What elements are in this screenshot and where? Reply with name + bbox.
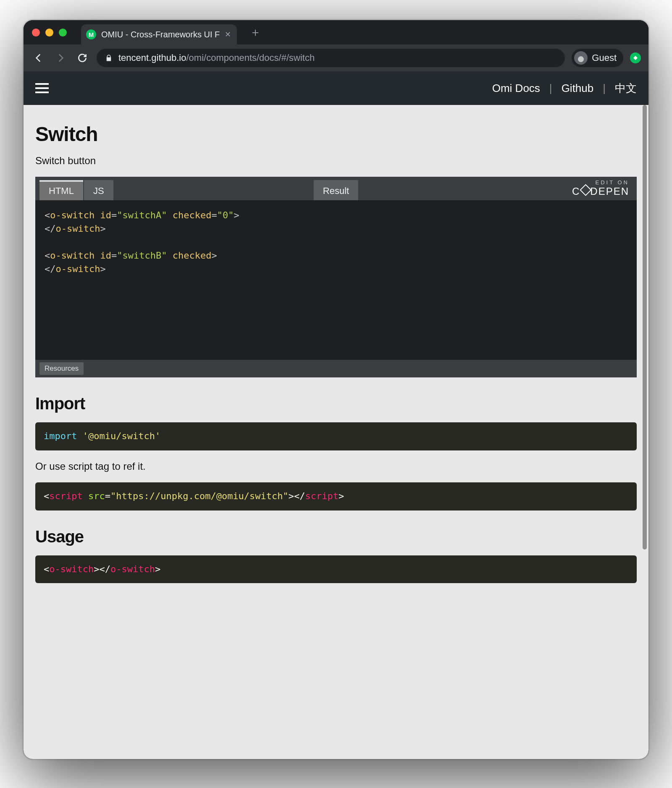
nav-link-omi-docs[interactable]: Omi Docs [492, 82, 540, 95]
nav-link-chinese[interactable]: 中文 [615, 81, 637, 96]
codepen-tab-js[interactable]: JS [84, 180, 113, 200]
codepen-embed: HTML JS Result EDIT ON CDEPEN <o-switch … [35, 177, 637, 377]
codepen-tab-html[interactable]: HTML [39, 180, 83, 200]
tab-title: OMIU - Cross-Frameworks UI F [101, 30, 220, 39]
menu-icon[interactable] [35, 83, 49, 93]
url-path: /omi/components/docs/#/switch [186, 52, 315, 63]
codepen-resources-button[interactable]: Resources [39, 362, 84, 375]
or-use-text: Or use script tag to ref it. [35, 461, 637, 472]
codepen-brand[interactable]: EDIT ON CDEPEN [572, 179, 629, 197]
doc-content: Switch Switch button HTML JS Result EDIT… [24, 105, 648, 759]
page-viewport: Omi Docs | Github | 中文 Switch Switch but… [24, 71, 648, 759]
codepen-logo: CDEPEN [572, 186, 629, 197]
page-title: Switch [35, 123, 637, 146]
import-heading: Import [35, 394, 637, 413]
codepen-edit-on-label: EDIT ON [572, 179, 629, 186]
back-button[interactable] [31, 52, 46, 63]
site-nav: Omi Docs | Github | 中文 [492, 81, 637, 96]
profile-label: Guest [592, 52, 617, 63]
chrome-titlebar: M OMIU - Cross-Frameworks UI F ✕ ＋ [24, 20, 648, 45]
extension-button[interactable] [630, 52, 641, 63]
usage-heading: Usage [35, 527, 637, 546]
reload-button[interactable] [75, 52, 90, 63]
url-host: tencent.github.io [118, 52, 186, 63]
browser-tab[interactable]: M OMIU - Cross-Frameworks UI F ✕ [81, 24, 237, 45]
codepen-tabbar: HTML JS Result EDIT ON CDEPEN [35, 177, 637, 200]
minimize-window-button[interactable] [45, 29, 53, 37]
url-display: tencent.github.io/omi/components/docs/#/… [118, 52, 315, 63]
browser-window: M OMIU - Cross-Frameworks UI F ✕ ＋ tence… [24, 20, 648, 759]
chrome-toolbar: tencent.github.io/omi/components/docs/#/… [24, 45, 648, 71]
site-header: Omi Docs | Github | 中文 [24, 71, 648, 105]
nav-separator: | [549, 82, 552, 95]
close-window-button[interactable] [32, 29, 40, 37]
codepen-code: <o-switch id="switchA" checked="0"> </o-… [35, 200, 637, 360]
address-bar[interactable]: tencent.github.io/omi/components/docs/#/… [97, 49, 565, 67]
usage-code-block: <o-switch></o-switch> [35, 555, 637, 584]
page-subtitle: Switch button [35, 155, 637, 167]
close-tab-icon[interactable]: ✕ [225, 30, 231, 39]
new-tab-button[interactable]: ＋ [249, 26, 261, 38]
vertical-scrollbar[interactable] [642, 105, 648, 759]
avatar-icon [574, 51, 588, 65]
lock-icon [105, 54, 113, 62]
scrollbar-thumb[interactable] [643, 105, 647, 550]
forward-button[interactable] [53, 52, 68, 63]
codepen-tab-result[interactable]: Result [314, 180, 358, 200]
nav-link-github[interactable]: Github [562, 82, 594, 95]
codepen-footer: Resources [35, 360, 637, 377]
window-controls [32, 29, 67, 37]
script-code-block: <script src="https://unpkg.com/@omiu/swi… [35, 482, 637, 510]
favicon-icon: M [86, 29, 96, 39]
profile-chip[interactable]: Guest [572, 49, 623, 67]
maximize-window-button[interactable] [59, 29, 67, 37]
nav-separator: | [603, 82, 606, 95]
import-code-block: import '@omiu/switch' [35, 422, 637, 450]
